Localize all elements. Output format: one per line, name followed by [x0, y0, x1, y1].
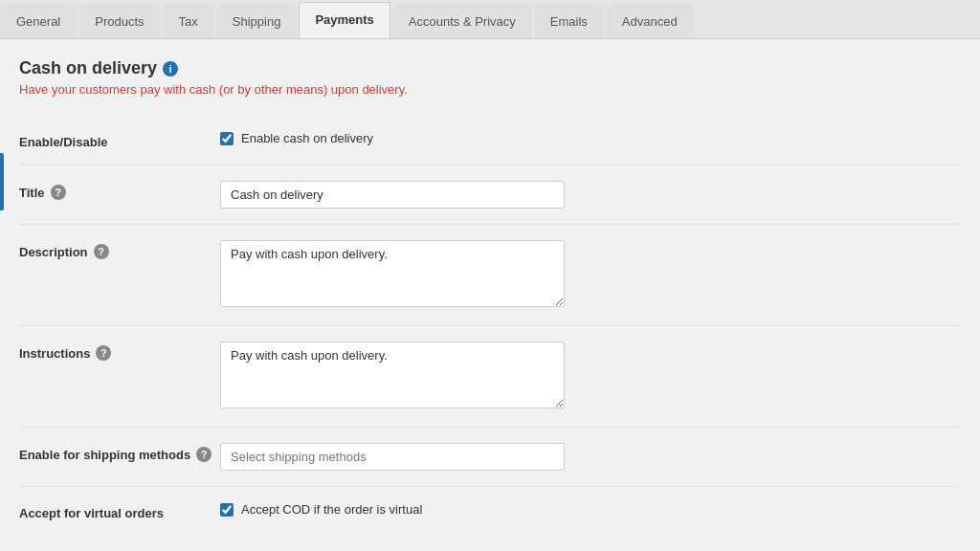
tab-general[interactable]: General: [0, 4, 77, 38]
enable-checkbox[interactable]: [220, 132, 234, 145]
description-label-group: Description ?: [19, 244, 220, 259]
shipping-methods-help-icon[interactable]: ?: [196, 447, 212, 462]
shipping-methods-row: Enable for shipping methods ?: [19, 428, 961, 487]
instructions-label-group: Instructions ?: [19, 345, 220, 361]
enable-checkbox-label: Enable cash on delivery: [241, 131, 373, 145]
title-label: Title: [19, 186, 45, 200]
virtual-orders-checkbox[interactable]: [220, 503, 234, 517]
enable-disable-row: Enable/Disable Enable cash on delivery: [19, 116, 961, 165]
page-subtitle: Have your customers pay with cash (or by…: [19, 82, 961, 97]
virtual-orders-label: Accept for virtual orders: [19, 506, 164, 520]
description-textarea[interactable]: Pay with cash upon delivery.: [220, 240, 565, 307]
description-label: Description: [19, 245, 88, 259]
instructions-textarea[interactable]: Pay with cash upon delivery.: [220, 342, 565, 408]
description-help-icon[interactable]: ?: [94, 244, 109, 259]
description-row: Description ? Pay with cash upon deliver…: [19, 225, 961, 326]
enable-checkbox-row: Enable cash on delivery: [220, 131, 961, 145]
instructions-row: Instructions ? Pay with cash upon delive…: [19, 326, 961, 428]
tab-payments[interactable]: Payments: [299, 2, 390, 38]
tab-products[interactable]: Products: [78, 4, 160, 38]
title-input[interactable]: [220, 181, 565, 209]
virtual-orders-checkbox-label: Accept COD if the order is virtual: [241, 502, 422, 517]
enable-disable-label: Enable/Disable: [19, 135, 107, 149]
shipping-methods-label-group: Enable for shipping methods ?: [19, 447, 220, 462]
tab-emails[interactable]: Emails: [534, 4, 604, 38]
tab-bar: General Products Tax Shipping Payments A…: [0, 0, 980, 39]
shipping-methods-label: Enable for shipping methods: [19, 448, 190, 462]
page-title-text: Cash on delivery: [19, 58, 157, 78]
main-content: Cash on delivery i Have your customers p…: [0, 39, 980, 551]
tab-tax[interactable]: Tax: [163, 4, 214, 38]
form-table: Enable/Disable Enable cash on delivery T…: [19, 116, 961, 536]
title-help-icon[interactable]: ?: [51, 185, 66, 200]
virtual-orders-row: Accept for virtual orders Accept COD if …: [19, 487, 961, 537]
page-title: Cash on delivery i: [19, 58, 961, 78]
instructions-label: Instructions: [19, 346, 90, 361]
instructions-help-icon[interactable]: ?: [96, 345, 111, 361]
title-row: Title ?: [19, 165, 961, 225]
tab-shipping[interactable]: Shipping: [216, 4, 298, 38]
virtual-orders-checkbox-row: Accept COD if the order is virtual: [220, 502, 961, 517]
title-label-group: Title ?: [19, 185, 220, 200]
shipping-methods-input[interactable]: [220, 443, 565, 471]
tab-advanced[interactable]: Advanced: [606, 4, 694, 38]
info-icon[interactable]: i: [163, 61, 178, 77]
tab-accounts-privacy[interactable]: Accounts & Privacy: [392, 4, 532, 38]
left-accent-bar: [0, 153, 4, 210]
